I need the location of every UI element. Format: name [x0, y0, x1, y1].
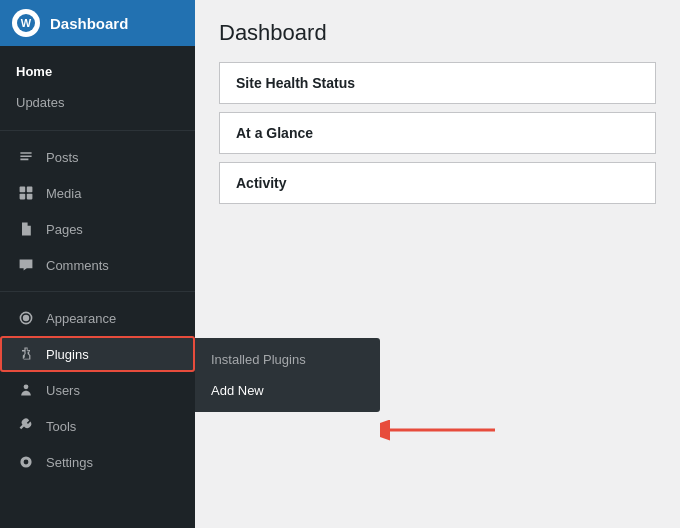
- sidebar-item-settings[interactable]: Settings: [0, 444, 195, 480]
- main-content: Dashboard Site Health Status At a Glance…: [195, 0, 680, 528]
- sidebar-item-home[interactable]: Home: [0, 56, 195, 87]
- svg-rect-2: [20, 194, 26, 200]
- appearance-icon: [16, 308, 36, 328]
- svg-point-4: [24, 384, 29, 389]
- settings-icon: [16, 452, 36, 472]
- sidebar-item-users[interactable]: Users: [0, 372, 195, 408]
- widget-activity-title: Activity: [236, 175, 639, 191]
- plugins-icon: [16, 344, 36, 364]
- arrow-indicator: [380, 415, 500, 448]
- widget-at-a-glance-title: At a Glance: [236, 125, 639, 141]
- sidebar: W Dashboard Home Updates Posts: [0, 0, 195, 528]
- users-label: Users: [46, 383, 80, 398]
- sidebar-header-title: Dashboard: [50, 15, 128, 32]
- plugins-label: Plugins: [46, 347, 89, 362]
- sidebar-item-pages[interactable]: Pages: [0, 211, 195, 247]
- pages-icon: [16, 219, 36, 239]
- tools-icon: [16, 416, 36, 436]
- tools-label: Tools: [46, 419, 76, 434]
- sidebar-item-media[interactable]: Media: [0, 175, 195, 211]
- sidebar-divider-2: [0, 291, 195, 292]
- posts-icon: [16, 147, 36, 167]
- widget-activity: Activity: [219, 162, 656, 204]
- sidebar-item-updates[interactable]: Updates: [0, 87, 195, 118]
- comments-icon: [16, 255, 36, 275]
- sidebar-header[interactable]: W Dashboard: [0, 0, 195, 46]
- wp-logo-inner: W: [17, 14, 35, 32]
- wordpress-logo: W: [12, 9, 40, 37]
- plugins-submenu: Installed Plugins Add New: [195, 338, 380, 412]
- sidebar-item-tools[interactable]: Tools: [0, 408, 195, 444]
- sidebar-item-appearance[interactable]: Appearance: [0, 300, 195, 336]
- comments-label: Comments: [46, 258, 109, 273]
- settings-label: Settings: [46, 455, 93, 470]
- home-label: Home: [16, 64, 52, 79]
- submenu-item-add-new[interactable]: Add New: [195, 375, 380, 406]
- widget-site-health-title: Site Health Status: [236, 75, 639, 91]
- sidebar-item-comments[interactable]: Comments: [0, 247, 195, 283]
- media-icon: [16, 183, 36, 203]
- svg-rect-0: [20, 187, 26, 193]
- updates-label: Updates: [16, 95, 64, 110]
- widget-at-a-glance: At a Glance: [219, 112, 656, 154]
- svg-rect-3: [27, 194, 33, 200]
- page-title: Dashboard: [219, 20, 656, 46]
- users-icon: [16, 380, 36, 400]
- media-label: Media: [46, 186, 81, 201]
- widget-site-health: Site Health Status: [219, 62, 656, 104]
- sidebar-item-plugins[interactable]: Plugins: [0, 336, 195, 372]
- submenu-item-installed-plugins[interactable]: Installed Plugins: [195, 344, 380, 375]
- pages-label: Pages: [46, 222, 83, 237]
- svg-rect-1: [27, 187, 33, 193]
- appearance-label: Appearance: [46, 311, 116, 326]
- posts-label: Posts: [46, 150, 79, 165]
- sidebar-divider-1: [0, 130, 195, 131]
- sidebar-item-posts[interactable]: Posts: [0, 139, 195, 175]
